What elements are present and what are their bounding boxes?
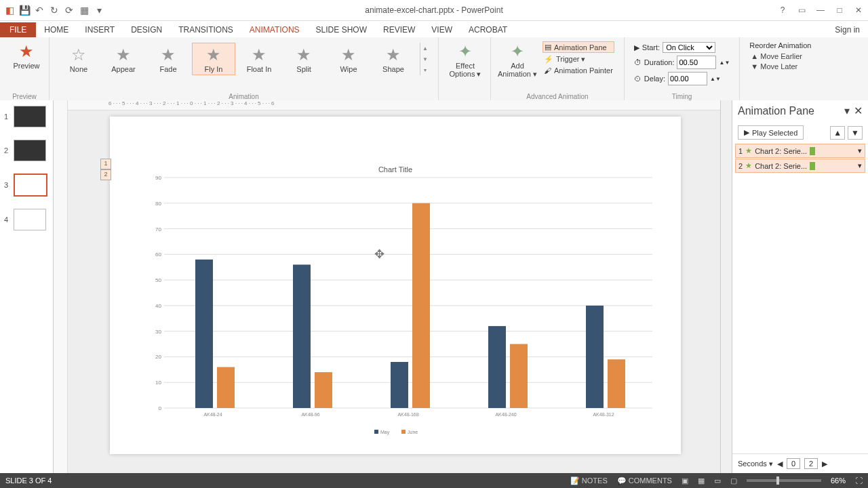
preview-button[interactable]: ★ Preview <box>5 40 47 71</box>
anim-fade[interactable]: ★Fade <box>147 43 189 75</box>
anim-appear[interactable]: ★Appear <box>102 43 144 75</box>
add-animation-button[interactable]: ✦ Add Animation ▾ <box>496 40 538 80</box>
slide-canvas[interactable]: 1 2 Chart Title 0102030405060708090AK48-… <box>110 117 681 454</box>
add-animation-label: Add Animation ▾ <box>498 62 537 79</box>
bar-May-2[interactable] <box>391 362 408 408</box>
help-icon[interactable]: ? <box>776 3 789 17</box>
maximize-icon[interactable]: □ <box>833 3 846 17</box>
tab-design[interactable]: DESIGN <box>123 22 170 37</box>
seconds-label[interactable]: Seconds ▾ <box>738 460 773 468</box>
star-icon: ★ <box>116 45 131 65</box>
anim-none[interactable]: ☆None <box>58 43 100 75</box>
move-later-button[interactable]: ▼ Move Later <box>749 62 811 71</box>
tab-slideshow[interactable]: SLIDE SHOW <box>308 22 375 37</box>
tab-insert[interactable]: INSERT <box>77 22 123 37</box>
qat-more-icon[interactable]: ▾ <box>94 5 104 16</box>
fit-icon[interactable]: ⛶ <box>855 476 863 485</box>
move-earlier-button[interactable]: ▲ Move Earlier <box>749 52 811 61</box>
move-up-icon[interactable]: ▲ <box>830 126 845 140</box>
bar-May-0[interactable] <box>195 260 213 408</box>
thumb-3[interactable]: 3 <box>0 172 53 198</box>
svg-text:80: 80 <box>155 201 161 207</box>
bar-June-4[interactable] <box>608 359 625 408</box>
pane-icon: ▤ <box>545 43 551 52</box>
bar-May-3[interactable] <box>488 326 506 408</box>
animation-pane-button[interactable]: ▤Animation Pane <box>542 41 614 53</box>
thumb-4[interactable]: 4 <box>0 207 53 232</box>
animation-pane-title: Animation Pane <box>738 105 814 117</box>
anim-item-2[interactable]: 2★Chart 2: Serie...▾ <box>735 159 865 173</box>
tab-animations[interactable]: ANIMATIONS <box>241 22 308 37</box>
anim-item-1[interactable]: 1★Chart 2: Serie...▾ <box>735 144 865 158</box>
bar-June-0[interactable] <box>217 367 235 408</box>
bar-June-3[interactable] <box>510 344 528 408</box>
bar-June-1[interactable] <box>315 372 332 408</box>
svg-text:AK48-24: AK48-24 <box>203 412 222 417</box>
star-icon: ★ <box>386 45 401 65</box>
tab-review[interactable]: REVIEW <box>375 22 423 37</box>
thumb-1[interactable]: 1 <box>0 104 53 129</box>
trigger-icon: ⚡ <box>544 55 553 64</box>
bar-May-4[interactable] <box>586 306 604 408</box>
minimize-icon[interactable]: — <box>814 3 827 17</box>
bar-May-1[interactable] <box>293 264 311 408</box>
duration-input[interactable] <box>677 56 716 69</box>
tab-home[interactable]: HOME <box>36 22 77 37</box>
redo-icon[interactable]: ↻ <box>49 5 60 16</box>
seconds-next-icon[interactable]: ▶ <box>822 460 827 468</box>
view-normal-icon[interactable]: ▣ <box>682 476 688 485</box>
tab-view[interactable]: VIEW <box>423 22 460 37</box>
touch-icon[interactable]: ▦ <box>79 5 90 16</box>
view-sorter-icon[interactable]: ▦ <box>698 476 705 485</box>
slide-thumbnails: 1234 <box>0 100 54 473</box>
undo-icon[interactable]: ↶ <box>34 5 45 16</box>
refresh-icon[interactable]: ⟳ <box>64 5 75 16</box>
bar-June-2[interactable] <box>412 203 430 408</box>
delay-icon: ⏲ <box>634 75 642 83</box>
seconds-prev-icon[interactable]: ◀ <box>777 460 783 468</box>
move-down-icon[interactable]: ▼ <box>848 126 863 140</box>
sign-in-link[interactable]: Sign in <box>827 22 868 37</box>
tab-transitions[interactable]: TRANSITIONS <box>170 22 241 37</box>
chevron-down-icon[interactable]: ▾ <box>858 146 862 155</box>
ribbon-options-icon[interactable]: ▭ <box>795 3 808 17</box>
anim-shape[interactable]: ★Shape <box>372 43 414 75</box>
pane-close-icon[interactable]: ✕ <box>854 104 863 117</box>
svg-rect-27 <box>401 430 406 434</box>
animation-painter-button[interactable]: 🖌Animation Painter <box>542 66 614 75</box>
painter-icon: 🖌 <box>544 66 551 75</box>
delay-input[interactable] <box>668 72 707 85</box>
view-reading-icon[interactable]: ▭ <box>714 476 721 485</box>
zoom-level[interactable]: 66% <box>831 476 846 485</box>
save-icon[interactable]: 💾 <box>19 5 30 16</box>
ruler-vertical <box>54 100 68 473</box>
trigger-button[interactable]: ⚡Trigger ▾ <box>542 54 614 64</box>
play-selected-button[interactable]: ▶Play Selected <box>738 125 804 140</box>
svg-text:30: 30 <box>155 329 161 335</box>
anim-wipe[interactable]: ★Wipe <box>328 43 370 75</box>
ruler-horizontal: 6 · · · 5 · · · 4 · · · 3 · · · 2 · · · … <box>68 100 720 110</box>
tab-acrobat[interactable]: ACROBAT <box>460 22 515 37</box>
anim-split[interactable]: ★Split <box>283 43 325 75</box>
svg-rect-25 <box>374 430 378 434</box>
svg-text:AK48-96: AK48-96 <box>301 412 319 417</box>
thumb-2[interactable]: 2 <box>0 138 53 163</box>
close-icon[interactable]: ✕ <box>852 3 865 17</box>
chart-object[interactable]: 0102030405060708090AK48-24AK48-96AK48-16… <box>144 171 659 442</box>
tab-file[interactable]: FILE <box>0 22 36 37</box>
zoom-slider[interactable] <box>747 479 821 482</box>
anim-float-in[interactable]: ★Float In <box>238 43 280 75</box>
app-icon: ◧ <box>4 5 15 16</box>
notes-button[interactable]: 📝 NOTES <box>570 476 608 485</box>
view-slideshow-icon[interactable]: ▢ <box>730 476 737 485</box>
entrance-icon: ★ <box>745 161 752 170</box>
anim-fly-in[interactable]: ★Fly In <box>192 43 235 75</box>
svg-text:50: 50 <box>155 277 161 283</box>
comments-button[interactable]: 💬 COMMENTS <box>617 476 672 485</box>
svg-text:20: 20 <box>155 354 161 360</box>
vertical-scrollbar[interactable] <box>720 100 732 473</box>
chevron-down-icon[interactable]: ▾ <box>858 161 862 170</box>
start-select[interactable]: On Click <box>663 42 715 53</box>
effect-options-button[interactable]: ✦ Effect Options ▾ <box>444 40 486 80</box>
pane-options-icon[interactable]: ▾ <box>844 104 850 117</box>
